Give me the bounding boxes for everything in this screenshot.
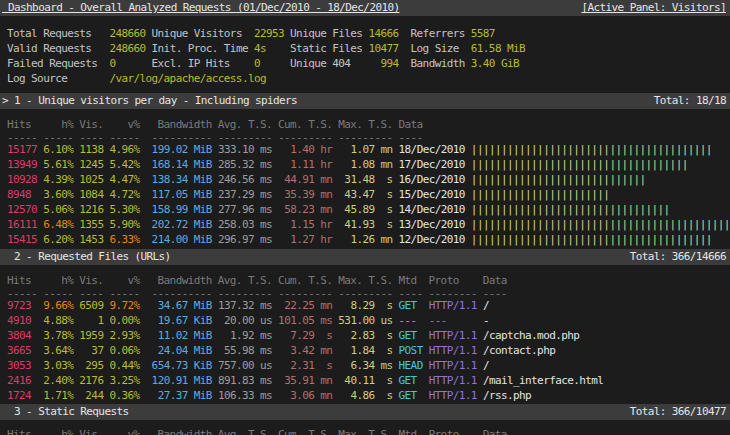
- summary-label: Referrers: [399, 27, 471, 40]
- cell-cum: 1.40 hr: [278, 143, 332, 156]
- cell-bw: 19.67 KiB: [152, 314, 212, 327]
- cell-hpct: 4.88%: [43, 314, 73, 327]
- cell-hpct: 6.10%: [43, 143, 73, 156]
- cell-date: 15/Dec/2010: [399, 188, 465, 201]
- page-title: Dashboard - Overall Analyzed Requests (0…: [2, 0, 400, 16]
- cell-hpct: 5.61%: [43, 158, 73, 171]
- cell-cum: 58.23 mn: [278, 203, 332, 216]
- summary-label: Valid Requests: [7, 42, 109, 55]
- summary-value: 14666: [368, 27, 398, 40]
- summary-label: Unique Visitors: [152, 27, 254, 40]
- cell-vpct: 4.96%: [109, 143, 139, 156]
- cell-hits: 1724: [7, 389, 37, 402]
- cell-url: /mail_interface.html: [483, 374, 603, 387]
- cell-max: 1.84 s: [338, 344, 392, 357]
- table-row[interactable]: 8948 3.60% 1084 4.72% 117.05 MiB 237.29 …: [0, 187, 730, 202]
- cell-vis: 1453: [79, 233, 103, 246]
- summary-value: 10477: [368, 42, 398, 55]
- cell-vpct: 9.72%: [109, 299, 139, 312]
- cell-date: 14/Dec/2010: [399, 203, 465, 216]
- panel-header-requests[interactable]: 2 - Requested Files (URLs) Total: 366/14…: [0, 249, 730, 265]
- cell-proto: HTTP/1.1: [429, 359, 477, 372]
- summary-label: Bandwidth: [399, 57, 471, 70]
- summary-value: 22953: [254, 27, 290, 40]
- table-row[interactable]: 3665 3.64% 37 0.06% 24.04 MiB 55.98 ms 3…: [0, 343, 730, 358]
- cell-url: /rss.php: [483, 389, 531, 402]
- summary-label: Excl. IP Hits: [152, 57, 254, 70]
- cell-max: 43.47 s: [338, 188, 392, 201]
- cell-hpct: 1.71%: [43, 389, 73, 402]
- hits-bar: |||||||||||||||||||||||: [471, 188, 610, 201]
- summary-value: 61.58 MiB: [471, 42, 525, 55]
- table-row[interactable]: 4910 4.88% 1 0.00% 19.67 KiB 20.00 us 10…: [0, 313, 730, 328]
- cell-avg: 891.83 ms: [218, 374, 272, 387]
- summary-line: Log Source /var/log/apache/access.log: [0, 71, 730, 86]
- table-row[interactable]: 13949 5.61% 1245 5.42% 168.14 MiB 285.32…: [0, 157, 730, 172]
- cell-hpct: 5.06%: [43, 203, 73, 216]
- cell-bw: 11.02 MiB: [152, 329, 212, 342]
- cell-cum: 44.91 mn: [278, 173, 332, 186]
- panel-total: Total: 18/18: [654, 93, 726, 109]
- table-row[interactable]: 9723 9.66% 6509 9.72% 34.67 MiB 137.32 m…: [0, 298, 730, 313]
- cell-proto: ---: [429, 314, 477, 327]
- cell-max: 31.48 s: [338, 173, 392, 186]
- cell-cum: 35.39 mn: [278, 188, 332, 201]
- cell-proto: HTTP/1.1: [429, 344, 477, 357]
- cell-max: 1.07 mn: [338, 143, 392, 156]
- cell-vis: 1216: [79, 203, 103, 216]
- cell-vpct: 2.93%: [109, 329, 139, 342]
- table-row[interactable]: 16111 6.48% 1355 5.90% 202.72 MiB 258.03…: [0, 217, 730, 232]
- cell-bw: 27.37 MiB: [152, 389, 212, 402]
- table-row[interactable]: 12570 5.06% 1216 5.30% 158.99 MiB 277.96…: [0, 202, 730, 217]
- panel-total: Total: 366/10477: [630, 404, 726, 420]
- cell-bw: 168.14 MiB: [152, 158, 212, 171]
- cell-hits: 10928: [7, 173, 37, 186]
- summary-label: Failed Requests: [7, 57, 109, 70]
- summary-label: Static Files: [290, 42, 368, 55]
- table-row[interactable]: 15177 6.10% 1138 4.96% 199.02 MiB 333.10…: [0, 142, 730, 157]
- cell-url: -: [483, 314, 489, 327]
- cell-vis: 1245: [79, 158, 103, 171]
- cell-max: 2.83 s: [338, 329, 392, 342]
- cell-bw: 138.34 MiB: [152, 173, 212, 186]
- cell-hpct: 3.64%: [43, 344, 73, 357]
- cell-max: 531.00 us: [338, 314, 392, 327]
- cell-bw: 34.67 MiB: [152, 299, 212, 312]
- table-row[interactable]: 3804 3.78% 1959 2.93% 11.02 MiB 1.92 ms …: [0, 328, 730, 343]
- summary-label: Log Source: [7, 72, 109, 85]
- table-row[interactable]: 15415 6.20% 1453 6.33% 214.00 MiB 296.97…: [0, 232, 730, 247]
- cell-vis: 1959: [79, 329, 103, 342]
- panel-header-static[interactable]: 3 - Static Requests Total: 366/10477: [0, 404, 730, 420]
- cell-vpct: 5.90%: [109, 218, 139, 231]
- cell-vis: 295: [79, 359, 103, 372]
- cell-avg: 258.03 ms: [218, 218, 272, 231]
- cell-hpct: 9.66%: [43, 299, 73, 312]
- cell-bw: 24.04 MiB: [152, 344, 212, 357]
- summary-line: Failed Requests 0 Excl. IP Hits 0 Unique…: [0, 56, 730, 71]
- cell-vis: 1: [79, 314, 103, 327]
- cell-avg: 285.32 ms: [218, 158, 272, 171]
- hits-bar: |||||||||||||||||||||||||||||: [471, 173, 646, 186]
- cell-avg: 296.97 ms: [218, 233, 272, 246]
- summary-line: Valid Requests 248660 Init. Proc. Time 4…: [0, 41, 730, 56]
- cell-vis: 244: [79, 389, 103, 402]
- table-row[interactable]: 2416 2.40% 2176 3.25% 120.91 MiB 891.83 …: [0, 373, 730, 388]
- table-row[interactable]: 3053 3.03% 295 0.44% 654.73 KiB 757.00 u…: [0, 358, 730, 373]
- cell-mtd: GET: [399, 329, 423, 342]
- visitors-table: 15177 6.10% 1138 4.96% 199.02 MiB 333.10…: [0, 142, 730, 247]
- cell-vis: 1355: [79, 218, 103, 231]
- cell-hits: 8948: [7, 188, 37, 201]
- summary-label: Log Size: [399, 42, 471, 55]
- hits-bar: ||||||||||||||||||||||||||||||||||||||||…: [471, 218, 730, 231]
- panel-total: Total: 366/14666: [630, 249, 726, 265]
- cell-bw: 214.00 MiB: [152, 233, 212, 246]
- cell-hits: 12570: [7, 203, 37, 216]
- cell-vis: 1138: [79, 143, 103, 156]
- table-row[interactable]: 10928 4.39% 1025 4.47% 138.34 MiB 246.56…: [0, 172, 730, 187]
- table-row[interactable]: 1724 1.71% 244 0.36% 27.37 MiB 106.33 ms…: [0, 388, 730, 403]
- summary-value: 0: [109, 57, 151, 70]
- cell-cum: 35.91 mn: [278, 374, 332, 387]
- cell-avg: 237.29 ms: [218, 188, 272, 201]
- panel-header-visitors[interactable]: > 1 - Unique visitors per day - Includin…: [0, 93, 730, 109]
- cell-vis: 1025: [79, 173, 103, 186]
